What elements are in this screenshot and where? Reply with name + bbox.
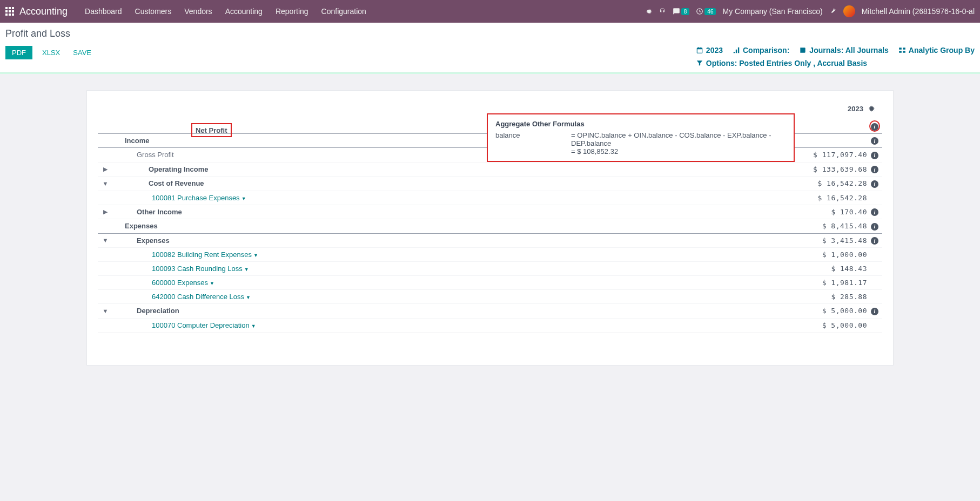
bug-icon[interactable]: ✹ bbox=[646, 8, 652, 16]
info-icon[interactable]: i bbox=[871, 223, 878, 231]
filter-journals[interactable]: Journals: All Journals bbox=[799, 46, 889, 55]
avatar[interactable] bbox=[843, 5, 855, 17]
tooltip-label: balance bbox=[495, 131, 555, 155]
info-icon[interactable]: i bbox=[871, 208, 878, 216]
caret-down-icon: ▼ bbox=[241, 196, 246, 201]
label-expenses: Expenses bbox=[113, 236, 786, 245]
account-link[interactable]: 600000 Expenses▼ bbox=[152, 279, 214, 287]
user-name[interactable]: Mitchell Admin (26815976-16-0-al bbox=[862, 7, 975, 16]
filter-journals-label: Journals: All Journals bbox=[809, 46, 889, 55]
caret-down-icon: ▼ bbox=[244, 267, 249, 272]
row-computer-depreciation: 100070 Computer Depreciation▼ $ 5,000.00 bbox=[98, 319, 882, 333]
caret-down-icon: ▼ bbox=[210, 281, 214, 286]
company-selector[interactable]: My Company (San Francisco) bbox=[722, 7, 822, 16]
label-cost-of-revenue: Cost of Revenue bbox=[113, 179, 786, 187]
nav-dashboard[interactable]: Dashboard bbox=[78, 7, 129, 16]
row-cost-of-revenue[interactable]: ▼ Cost of Revenue $ 16,542.28 i bbox=[98, 177, 882, 191]
debug-column-icon[interactable]: ✹ bbox=[869, 105, 875, 113]
account-link[interactable]: 100082 Building Rent Expenses▼ bbox=[152, 250, 258, 259]
filter-comparison-label: Comparison: bbox=[743, 46, 789, 55]
info-icon[interactable]: i bbox=[871, 180, 878, 188]
tools-icon[interactable] bbox=[829, 8, 837, 15]
filter-options[interactable]: Options: Posted Entries Only , Accrual B… bbox=[696, 59, 867, 67]
label-other-income: Other Income bbox=[113, 208, 786, 216]
messages-icon[interactable]: 8 bbox=[673, 8, 690, 15]
pdf-button[interactable]: PDF bbox=[5, 46, 32, 59]
filters-group: 2023 Comparison: Journals: All Journals … bbox=[696, 46, 975, 67]
row-building-rent: 100082 Building Rent Expenses▼ $ 1,000.0… bbox=[98, 248, 882, 262]
info-icon[interactable]: i bbox=[871, 137, 878, 145]
row-other-income[interactable]: ▶ Other Income $ 170.40 i bbox=[98, 205, 882, 220]
caret-down-icon[interactable]: ▼ bbox=[98, 308, 113, 314]
account-link[interactable]: 642000 Cash Difference Loss▼ bbox=[152, 293, 251, 301]
caret-down-icon: ▼ bbox=[251, 323, 256, 329]
info-icon[interactable]: i bbox=[871, 152, 878, 159]
activities-badge: 46 bbox=[704, 8, 716, 15]
info-icon[interactable]: i bbox=[871, 308, 878, 315]
label-depreciation: Depreciation bbox=[113, 307, 786, 315]
tooltip-title: Aggregate Other Formulas bbox=[495, 120, 786, 128]
caret-right-icon[interactable]: ▶ bbox=[98, 166, 113, 173]
app-title[interactable]: Accounting bbox=[19, 6, 68, 17]
row-cash-rounding: 100093 Cash Rounding Loss▼ $ 148.43 bbox=[98, 262, 882, 276]
info-icon[interactable]: i bbox=[871, 237, 878, 245]
tooltip-formula: = OPINC.balance + OIN.balance - COS.bala… bbox=[571, 131, 786, 147]
nav-customers[interactable]: Customers bbox=[129, 7, 178, 16]
caret-down-icon: ▼ bbox=[253, 253, 258, 258]
filter-year-label: 2023 bbox=[706, 46, 723, 55]
caret-right-icon[interactable]: ▶ bbox=[98, 208, 113, 215]
caret-down-icon[interactable]: ▼ bbox=[98, 180, 113, 187]
row-expenses-600000: 600000 Expenses▼ $ 1,981.17 bbox=[98, 276, 882, 290]
row-purchase-expenses: 100081 Purchase Expenses▼ $ 16,542.28 bbox=[98, 191, 882, 205]
messages-badge: 8 bbox=[681, 8, 690, 15]
label-expenses-section: Expenses bbox=[113, 222, 786, 230]
support-icon[interactable] bbox=[659, 8, 666, 15]
row-expenses-section: Expenses $ 8,415.48 i bbox=[98, 219, 882, 234]
save-button[interactable]: SAVE bbox=[70, 46, 95, 59]
row-depreciation[interactable]: ▼ Depreciation $ 5,000.00 i bbox=[98, 304, 882, 319]
xlsx-button[interactable]: XLSX bbox=[39, 46, 63, 59]
filter-analytic[interactable]: Analytic Group By bbox=[898, 46, 975, 55]
account-link[interactable]: 100093 Cash Rounding Loss▼ bbox=[152, 265, 249, 273]
row-expenses[interactable]: ▼ Expenses $ 3,415.48 i bbox=[98, 234, 882, 248]
filter-comparison[interactable]: Comparison: bbox=[733, 46, 789, 55]
account-link[interactable]: 100081 Purchase Expenses▼ bbox=[152, 194, 246, 202]
nav-accounting[interactable]: Accounting bbox=[219, 7, 269, 16]
caret-down-icon: ▼ bbox=[246, 295, 251, 300]
account-link[interactable]: 100070 Computer Depreciation▼ bbox=[152, 321, 256, 329]
report-card: 2023 ✹ Net Profit Aggregate Other Formul… bbox=[86, 90, 894, 365]
nav-reporting[interactable]: Reporting bbox=[269, 7, 315, 16]
nav-configuration[interactable]: Configuration bbox=[315, 7, 373, 16]
info-icon[interactable]: i bbox=[871, 123, 878, 131]
filter-analytic-label: Analytic Group By bbox=[909, 46, 975, 55]
filter-options-label: Options: Posted Entries Only , Accrual B… bbox=[706, 59, 867, 67]
formula-tooltip: Aggregate Other Formulas balance = OPINC… bbox=[487, 113, 795, 162]
nav-vendors[interactable]: Vendors bbox=[178, 7, 218, 16]
caret-down-icon[interactable]: ▼ bbox=[98, 237, 113, 243]
row-operating-income[interactable]: ▶ Operating Income $ 133,639.68 i bbox=[98, 163, 882, 177]
info-icon[interactable]: i bbox=[871, 166, 878, 173]
label-operating-income: Operating Income bbox=[113, 165, 786, 173]
filter-date[interactable]: 2023 bbox=[696, 46, 723, 55]
column-year: 2023 bbox=[848, 105, 869, 113]
apps-icon[interactable] bbox=[5, 7, 14, 16]
main-navbar: Accounting Dashboard Customers Vendors A… bbox=[0, 0, 980, 23]
page-header: Profit and Loss PDF XLSX SAVE 2023 Compa… bbox=[0, 23, 980, 72]
row-cash-diff: 642000 Cash Difference Loss▼ $ 285.88 bbox=[98, 290, 882, 304]
tooltip-result: = $ 108,852.32 bbox=[571, 147, 786, 155]
activities-icon[interactable]: 46 bbox=[696, 8, 716, 15]
page-title: Profit and Loss bbox=[5, 28, 975, 39]
